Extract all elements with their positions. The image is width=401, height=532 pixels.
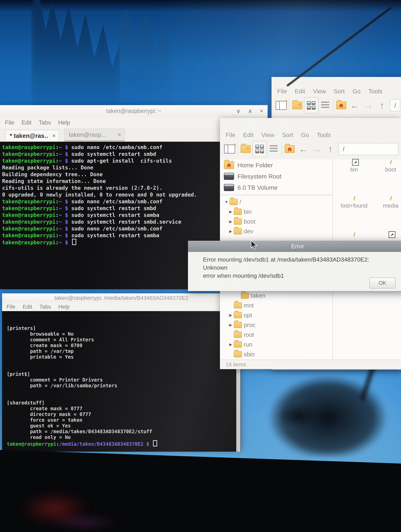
menu-sort[interactable]: Sort [330, 88, 349, 95]
output-text: [printers] [7, 325, 36, 331]
prompt-segment: ~ [59, 205, 62, 211]
up-button[interactable]: ↑ [375, 98, 389, 113]
expander-closed-icon[interactable]: ▶ [227, 229, 234, 234]
expander-closed-icon[interactable]: ▶ [227, 323, 234, 327]
menu-go[interactable]: Go [297, 131, 313, 139]
prompt-segment: ~ [59, 151, 62, 157]
output-text: cifs-utils is already the newest version… [2, 185, 162, 191]
minimize-button[interactable]: ∨ [236, 108, 240, 114]
sidebar-item-filesystem-root[interactable]: Filesystem Root [220, 171, 332, 182]
file-item-boot[interactable]: boot [373, 162, 401, 173]
tree-item-mnt[interactable]: mnt [220, 300, 332, 310]
path-bar[interactable]: / [338, 143, 398, 155]
sidebar-item-6-0-tb-volume[interactable]: 6.0 TB Volume [220, 182, 332, 193]
home-folder-icon [224, 161, 234, 169]
prompt-segment: $ [65, 226, 68, 232]
terminal-line: printable = Yes [7, 354, 241, 360]
tree-item-boot[interactable]: ▶boot [220, 217, 332, 226]
output-text: [sharedstuff] [7, 400, 45, 406]
close-button[interactable]: × [260, 108, 263, 114]
output-text: create mask = 0700 [7, 343, 82, 348]
home-button[interactable] [334, 98, 348, 113]
tab-close-icon[interactable]: × [118, 132, 121, 138]
path-bar[interactable]: / [390, 99, 400, 111]
drive-icon [224, 173, 234, 180]
icon-view-button[interactable] [304, 97, 318, 114]
side-pane-toggle-button[interactable] [223, 141, 236, 157]
file-item-media[interactable]: media [373, 198, 401, 209]
menu-edit[interactable]: Edit [291, 88, 309, 95]
menu-help[interactable]: Help [55, 119, 74, 126]
menu-file[interactable]: File [3, 304, 19, 310]
icon-view-button[interactable] [252, 141, 267, 157]
folder-icon [234, 351, 242, 357]
up-button[interactable]: ↑ [323, 141, 337, 157]
terminal-line: [printers] [7, 325, 241, 331]
menu-file[interactable]: File [1, 119, 18, 126]
titlebar[interactable]: taken@raspberrypi: ~ ∨∧× [0, 105, 268, 117]
expander-closed-icon[interactable]: ▶ [227, 209, 234, 214]
file-item-partial[interactable] [336, 234, 372, 239]
menu-file[interactable]: File [222, 131, 239, 139]
terminal-content[interactable]: [printers] browseable = No comment = All… [2, 311, 241, 452]
back-button[interactable]: ← [297, 141, 310, 157]
tree-item-sbin[interactable]: sbin [220, 349, 332, 359]
menu-view[interactable]: View [309, 88, 330, 95]
menu-help[interactable]: Help [55, 304, 73, 310]
side-pane-toggle-button[interactable] [274, 98, 288, 113]
tree-item-bin[interactable]: ▶bin [220, 207, 332, 217]
expander-closed-icon[interactable]: ▶ [227, 219, 234, 224]
menu-tabs[interactable]: Tabs [35, 119, 55, 126]
ok-button[interactable]: OK [369, 278, 395, 288]
folder-icon [234, 341, 242, 348]
expander-open-icon[interactable]: ▼ [223, 200, 230, 204]
output-text: browseable = No [7, 331, 74, 337]
expander-closed-icon[interactable]: ▶ [227, 342, 234, 347]
folder-icon [292, 101, 302, 109]
menu-tabs[interactable]: Tabs [36, 304, 55, 310]
prompt-segment: taken@raspberrypi [2, 151, 55, 157]
menu-tools[interactable]: Tools [364, 88, 386, 95]
tree-item-root[interactable]: root [220, 330, 332, 340]
menu-go[interactable]: Go [349, 88, 364, 95]
menu-edit[interactable]: Edit [239, 131, 257, 139]
tree-item-root[interactable]: ▼/ [220, 197, 332, 207]
prompt-segment: : [55, 198, 59, 204]
folder-icon [240, 145, 251, 153]
menu-edit[interactable]: Edit [18, 119, 35, 126]
tree-item-opt[interactable]: ▶opt [220, 310, 332, 320]
tree-item-run[interactable]: ▶run [220, 340, 332, 349]
list-view-button[interactable] [267, 141, 280, 157]
terminal-tab[interactable]: * taken@ras…× [5, 130, 59, 141]
menu-view[interactable]: View [257, 131, 278, 139]
titlebar[interactable]: taken@raspberrypi: /media/taken/B43483AD… [2, 293, 241, 303]
tree-item-dev[interactable]: ▶dev [220, 226, 332, 236]
list-view-button[interactable] [318, 98, 332, 113]
titlebar[interactable]: Error [188, 241, 401, 252]
new-folder-button[interactable] [239, 141, 252, 157]
sidebar-item-home-folder[interactable]: Home Folder [220, 159, 332, 171]
file-item-partial[interactable]: ↗ [373, 234, 401, 239]
forward-button[interactable]: → [310, 141, 323, 157]
new-folder-button[interactable] [291, 98, 304, 113]
home-button[interactable] [283, 141, 297, 157]
tree-item-taken[interactable]: taken [220, 291, 332, 300]
menu-tools[interactable]: Tools [313, 131, 335, 139]
back-button[interactable]: ← [348, 98, 362, 113]
file-item-lost-found[interactable]: lost+found [336, 198, 372, 209]
terminal-tab[interactable]: taken@rasp...× [64, 129, 125, 141]
menu-sort[interactable]: Sort [278, 131, 297, 139]
tree-item-proc[interactable]: ▶proc [220, 320, 332, 330]
file-item-bin[interactable]: ↗bin [336, 162, 372, 173]
wallpaper-shade [0, 0, 401, 12]
expander-closed-icon[interactable]: ▶ [227, 313, 234, 317]
forward-button[interactable]: → [362, 98, 375, 113]
menu-edit[interactable]: Edit [19, 304, 36, 310]
menu-file[interactable]: File [273, 88, 291, 95]
prompt-segment: ~ [59, 219, 62, 225]
maximize-button[interactable]: ∧ [248, 108, 252, 114]
prompt-segment: taken@raspberrypi [2, 226, 55, 232]
tab-close-icon[interactable]: × [52, 133, 55, 139]
output-text: force user = taken [7, 417, 82, 423]
folder-icon [234, 312, 242, 318]
